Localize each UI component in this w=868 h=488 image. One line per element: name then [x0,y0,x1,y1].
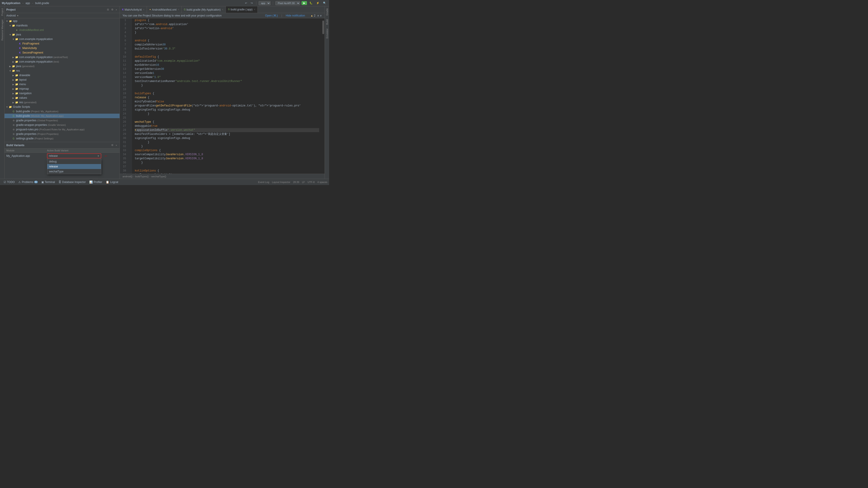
profile-btn[interactable]: ⚡ [315,1,320,5]
layout-inspector[interactable]: Layout Inspector [272,181,290,184]
panel-close-btn[interactable]: × [115,8,118,11]
panel-title: Project [6,8,106,11]
tree-item-build_gradle_app[interactable]: G build.gradle (Module: My_Application.a… [4,113,120,118]
tree-item-gradle_properties_global[interactable]: ⚙ gradle.properties (Global Properties) [4,118,120,123]
scroll-thumb[interactable] [322,21,324,34]
status-spaces[interactable]: 4 spaces [317,181,327,184]
bv-col-module: Module [6,149,47,152]
tree-item-build_gradle_project[interactable]: G build.gradle (Project: My_Application) [4,109,120,113]
logcat-tab[interactable]: 📋 Logcat [104,179,120,185]
warning-indicator: ▲ 2 ∧ ∨ [310,14,322,17]
tree-item-com_example_androidtest[interactable]: ▶ 📁 com.example.myapplication (androidTe… [4,55,120,59]
tree-item-layout[interactable]: ▶ 📁 layout [4,77,120,82]
breadcrumb-item-2[interactable]: wechatType{} [151,175,166,178]
problems-tab[interactable]: ⚠ Problems 6 [17,179,39,185]
tab-icon: G [184,8,186,11]
tree-item-drawable[interactable]: ▶ 📁 drawable [4,73,120,77]
notif-sep: | [281,14,282,17]
status-encoding[interactable]: LF [302,181,305,184]
toolbar-undo-btn[interactable]: ↩ [244,1,248,5]
tree-item-res[interactable]: ▼ 📁 res [4,68,120,73]
breadcrumb-bar: android{}›buildTypes{}›wechatType{} [120,174,324,179]
tab-close-btn[interactable]: × [143,8,145,11]
tree-item-com_example_test[interactable]: ▶ 📁 com.example.myapplication (test) [4,59,120,64]
module-selector[interactable]: app [258,1,271,5]
tab-build_gradle_my[interactable]: G build.gradle (My Application) × [182,6,225,13]
tree-item-java[interactable]: ▼ 📁 java [4,32,120,37]
tab-androidmanifest[interactable]: ✦ AndroidManifest.xml × [147,6,182,13]
code-line-17: } [135,84,319,88]
event-log[interactable]: Event Log [258,181,270,184]
emulator-label[interactable]: Emulator [325,27,329,40]
sidebar-resource-label[interactable]: Resource Manager [0,18,4,42]
notification-open-link[interactable]: Open (⌘;) [265,14,278,17]
tree-item-gradle_properties_proj[interactable]: ⚙ gradle.properties (Project Properties) [4,132,120,136]
tree-item-gradle_wrapper[interactable]: ⚙ gradle-wrapper.properties (Gradle Vers… [4,123,120,127]
device-selector[interactable]: Pixel 4a API 30 [275,1,300,5]
tree-item-mainactivity[interactable]: K MainActivity [4,46,120,51]
tree-item-mipmap[interactable]: ▶ 📁 mipmap [4,87,120,91]
code-line-11: applicationId "com.example.myapplication… [135,59,319,63]
debug-btn[interactable]: 🐛 [308,1,314,5]
breadcrumb-item-0[interactable]: android{} [123,175,132,178]
project-view-dropdown[interactable]: Android ▼ [4,13,120,18]
tab-close-btn[interactable]: × [222,8,223,11]
warning-nav-up[interactable]: ∧ [317,14,319,17]
tree-arrow: ▼ [5,106,8,108]
panel-settings-btn[interactable]: ⚙ [111,8,114,11]
terminal-icon: ▣ [41,181,44,184]
right-scrollbar[interactable] [322,18,324,174]
tree-item-values[interactable]: ▶ 📁 values [4,96,120,100]
tab-close-btn[interactable]: × [178,8,179,11]
left-vert-sidebar: Project Resource Manager [0,6,4,179]
bv-col-variant: Active Build Variant [47,149,118,152]
code-line-3: id "str">'kotlin-android' [135,26,319,31]
terminal-tab[interactable]: ▣ Terminal [39,179,57,185]
sidebar-project-label[interactable]: Project [0,6,4,18]
notification-hide-link[interactable]: Hide notification [286,14,305,17]
tree-item-navigation[interactable]: ▶ 📁 navigation [4,91,120,96]
tree-item-proguard_rules[interactable]: ⚙ proguard-rules.pro (ProGuard Rules for… [4,127,120,132]
bv-close-btn[interactable]: × [115,143,118,147]
variant-dropdown-trigger[interactable]: release ▼ [47,153,101,158]
code-content[interactable]: plugins { id "str">'com.android.applicat… [132,18,322,174]
tree-item-firstfragment[interactable]: K FirstFragment [4,41,120,46]
project-view-label: Android [6,14,16,17]
bv-settings-btn[interactable]: ⚙ [111,143,114,147]
gradle-label[interactable]: Gradle [325,6,329,18]
tree-item-com_example[interactable]: ▼ 📁 com.example.myapplication [4,37,120,41]
tree-item-androidmanifest[interactable]: ✦ AndroidManifest.xml [4,28,120,32]
tab-build_gradle_app_tab[interactable]: G build.gradle (:app) × [226,6,258,13]
run-btn[interactable]: ▶ [302,1,307,5]
tree-item-res_gen[interactable]: ▶ 📁 res (generated) [4,100,120,105]
build-label[interactable]: Build [325,18,329,26]
toolbar-redo-btn[interactable]: ↪ [250,1,254,5]
variant-item-debug[interactable]: debug [47,159,101,164]
profiler-tab[interactable]: 📊 Profiler [88,179,104,185]
tree-arrow: ▼ [8,24,12,27]
tree-item-secondfragment[interactable]: K SecondFragment [4,51,120,55]
panel-collapse-btn[interactable]: ⊟ [106,8,110,11]
search-btn[interactable]: 🔍 [322,1,327,5]
tab-bar: K MainActivity.kt × ✦ AndroidManifest.xm… [120,6,324,13]
variant-item-wechatType[interactable]: wechatType [47,169,101,174]
tree-item-manifests[interactable]: ▼ 📁 manifests [4,23,120,28]
tab-label: build.gradle (My Application) [186,8,221,11]
tree-item-java_gen[interactable]: ▶ 📁 java (generated) [4,64,120,68]
tab-close-btn[interactable]: × [254,8,255,11]
database-tab[interactable]: 🗄 Database Inspector [57,179,88,185]
tree-item-gradle_scripts[interactable]: ▼ 📁 Gradle Scripts [4,105,120,109]
tree-item-app[interactable]: ▼ 📁 app [4,19,120,23]
variant-item-release[interactable]: release [47,164,101,169]
tree-item-settings_gradle[interactable]: G settings.gradle (Project Settings) [4,136,120,141]
status-charset[interactable]: UTF-8 [308,181,315,184]
tree-item-menu[interactable]: ▶ 📁 menu [4,82,120,87]
breadcrumb-item-1[interactable]: buildTypes{} [135,175,149,178]
tree-icon: 📁 [15,78,19,82]
tab-mainactivity[interactable]: K MainActivity.kt × [120,6,147,13]
todo-tab[interactable]: ☑ TODO [2,179,17,185]
warning-nav-down[interactable]: ∨ [320,14,322,17]
tab-label: AndroidManifest.xml [152,8,177,11]
line-numbers: 1234567891011121314151617181920212223242… [120,18,128,174]
tree-icon: 📁 [12,69,16,72]
